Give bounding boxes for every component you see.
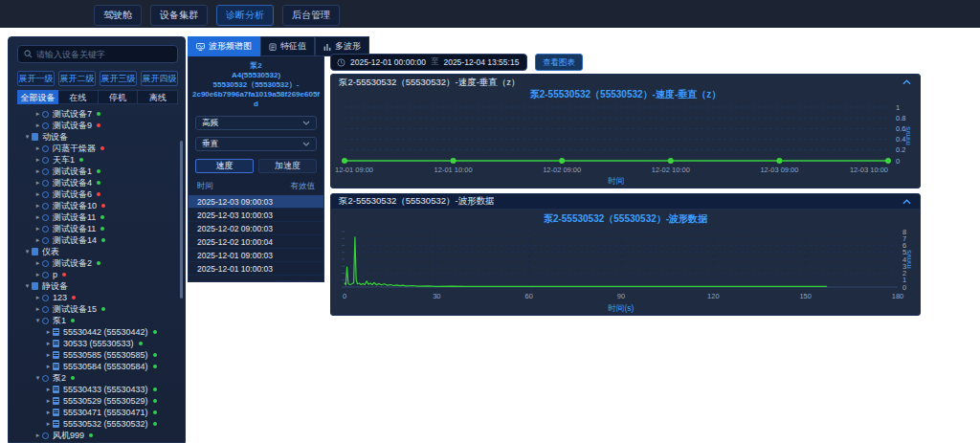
sidebar-scrollbar-thumb[interactable]: [180, 141, 183, 299]
expand-arrow-icon[interactable]: ▸: [33, 294, 42, 301]
next-page-button[interactable]: ›: [299, 280, 317, 282]
expand-level-1-button[interactable]: 展开一级: [17, 71, 55, 86]
tree-item[interactable]: ▸测试设备7: [9, 108, 179, 120]
expand-arrow-icon[interactable]: ▸: [44, 328, 53, 336]
tree-item[interactable]: ▸55530471 (55530471): [9, 407, 179, 418]
status-dot: [101, 307, 105, 311]
tab-feature-values[interactable]: 特征值: [260, 36, 315, 56]
tree-item[interactable]: ▸55530442 (55530442): [9, 326, 179, 338]
expand-arrow-icon[interactable]: ▾: [33, 317, 42, 324]
expand-arrow-icon[interactable]: ▸: [44, 409, 53, 416]
expand-arrow-icon[interactable]: ▸: [33, 202, 42, 210]
expand-arrow-icon[interactable]: ▾: [33, 374, 42, 382]
acceleration-button[interactable]: 加速度: [258, 159, 317, 173]
expand-arrow-icon[interactable]: ▸: [33, 167, 42, 175]
expand-arrow-icon[interactable]: ▾: [23, 133, 32, 141]
velocity-trend-chart[interactable]: 00.20.40.60.8112-01 09:0012-01 10:0012-0…: [335, 101, 918, 188]
waveform-chart[interactable]: 0306090120150180012345678时间(s)mm/s: [335, 226, 918, 315]
tree-item[interactable]: ▾静设备: [9, 280, 179, 292]
nav-item-device-cluster[interactable]: 设备集群: [150, 5, 208, 26]
expand-arrow-icon[interactable]: ▸: [33, 236, 42, 244]
expand-arrow-icon[interactable]: ▸: [33, 271, 42, 278]
expand-arrow-icon[interactable]: ▾: [23, 248, 32, 255]
svg-text:mm/s: mm/s: [903, 126, 912, 145]
tree-item[interactable]: ▸闪蒸干燥器: [9, 143, 179, 154]
filter-tab-online[interactable]: 在线: [58, 90, 99, 104]
expand-arrow-icon[interactable]: ▸: [33, 156, 42, 164]
expand-arrow-icon[interactable]: ▸: [44, 363, 53, 370]
expand-level-2-button[interactable]: 展开二级: [58, 71, 96, 86]
tree-item[interactable]: ▸000: [9, 441, 179, 442]
nav-item-diagnosis[interactable]: 诊断分析: [216, 5, 274, 26]
search-input[interactable]: [36, 50, 171, 59]
table-row[interactable]: 2025-12-03 10:00:03: [189, 209, 323, 222]
table-row[interactable]: 2025-12-02 10:00:04: [189, 235, 323, 249]
frequency-select-value: 高频: [202, 118, 218, 129]
date-range-picker[interactable]: 2025-12-01 00:00:00 至 2025-12-04 13:55:1…: [330, 54, 527, 71]
velocity-trend-panel: 泵2-55530532（55530532）-速度-垂直（z） 泵2-555305…: [330, 74, 921, 188]
filter-tab-offline[interactable]: 离线: [138, 90, 178, 104]
tree-item[interactable]: ▸测试设备10: [9, 200, 179, 211]
expand-arrow-icon[interactable]: ▸: [33, 225, 42, 233]
expand-arrow-icon[interactable]: ▸: [33, 144, 42, 152]
tree-item[interactable]: ▸风机999: [9, 430, 179, 441]
tree-item[interactable]: ▸55530585 (55530585): [9, 349, 179, 361]
expand-level-4-button[interactable]: 展开四级: [141, 71, 178, 86]
tree-item[interactable]: ▸测试设备15: [9, 303, 179, 315]
expand-arrow-icon[interactable]: ▸: [44, 420, 53, 428]
view-chart-button[interactable]: 查看图表: [535, 54, 583, 71]
tree-item[interactable]: ▸30533 (55530533): [9, 338, 179, 349]
table-row[interactable]: 2025-12-02 09:00:03: [189, 222, 323, 235]
tree-item[interactable]: ▸天车1: [9, 154, 179, 166]
tree-item[interactable]: ▸测试设备14: [9, 234, 179, 246]
filter-tab-stopped[interactable]: 停机: [99, 90, 139, 104]
velocity-button[interactable]: 速度: [195, 159, 254, 173]
status-dot: [100, 146, 104, 150]
expand-arrow-icon[interactable]: ▸: [44, 351, 53, 359]
tree-item[interactable]: ▸测试设备11: [9, 211, 179, 223]
tab-waveform-spectrum[interactable]: 波形频谱图: [188, 36, 260, 56]
expand-arrow-icon[interactable]: ▾: [23, 282, 32, 290]
expand-arrow-icon[interactable]: ▸: [33, 122, 42, 129]
tree-item[interactable]: ▸55530532 (55530532): [9, 418, 179, 430]
tree-item[interactable]: ▾泵2: [9, 372, 179, 384]
expand-arrow-icon[interactable]: ▸: [44, 340, 53, 347]
tree-item[interactable]: ▾泵1: [9, 315, 179, 326]
tree-item[interactable]: ▸测试设备6: [9, 188, 179, 200]
filter-tab-all[interactable]: 全部设备: [17, 90, 58, 104]
expand-arrow-icon[interactable]: ▸: [44, 386, 53, 393]
tree-item[interactable]: ▸55530584 (55530584): [9, 361, 179, 372]
tree-item[interactable]: ▾仪表: [9, 246, 179, 257]
expand-arrow-icon[interactable]: ▸: [33, 213, 42, 221]
expand-arrow-icon[interactable]: ▸: [33, 305, 42, 313]
expand-arrow-icon[interactable]: ▸: [33, 190, 42, 198]
tree-item[interactable]: ▸55530433 (55530433): [9, 384, 179, 395]
expand-arrow-icon[interactable]: ▸: [33, 179, 42, 187]
expand-arrow-icon[interactable]: ▸: [33, 110, 42, 118]
frequency-select[interactable]: 高频: [195, 116, 317, 130]
tree-item[interactable]: ▸p: [9, 269, 179, 280]
tree-item[interactable]: ▸测试设备2: [9, 257, 179, 269]
tree-item[interactable]: ▸123: [9, 292, 179, 303]
tree-item[interactable]: ▸测试设备11: [9, 223, 179, 234]
svg-text:时间(s): 时间(s): [609, 303, 635, 313]
tree-item[interactable]: ▸测试设备1: [9, 166, 179, 177]
table-row[interactable]: 2025-12-03 09:00:03: [189, 195, 323, 209]
expand-arrow-icon[interactable]: ▸: [44, 397, 53, 405]
expand-arrow-icon[interactable]: ▸: [33, 259, 42, 267]
direction-select[interactable]: 垂直: [195, 137, 317, 151]
tree-item[interactable]: ▸测试设备4: [9, 177, 179, 188]
nav-item-dashboard[interactable]: 驾驶舱: [94, 5, 142, 26]
prev-page-button[interactable]: ‹: [276, 280, 294, 282]
tree-item-label: 55530585 (55530585): [63, 350, 148, 360]
table-row[interactable]: 2025-12-01 09:00:03: [189, 249, 323, 262]
tree-item[interactable]: ▸测试设备9: [9, 120, 179, 131]
expand-level-3-button[interactable]: 展开三级: [100, 71, 137, 86]
expand-arrow-icon[interactable]: ▸: [33, 432, 42, 439]
tree-item[interactable]: ▸55530529 (55530529): [9, 395, 179, 407]
tree-item[interactable]: ▾动设备: [9, 131, 179, 143]
collapse-panel-button[interactable]: [901, 197, 912, 207]
table-row[interactable]: 2025-12-01 10:00:03: [189, 262, 323, 276]
nav-item-admin[interactable]: 后台管理: [282, 5, 340, 26]
collapse-panel-button[interactable]: [901, 78, 912, 87]
